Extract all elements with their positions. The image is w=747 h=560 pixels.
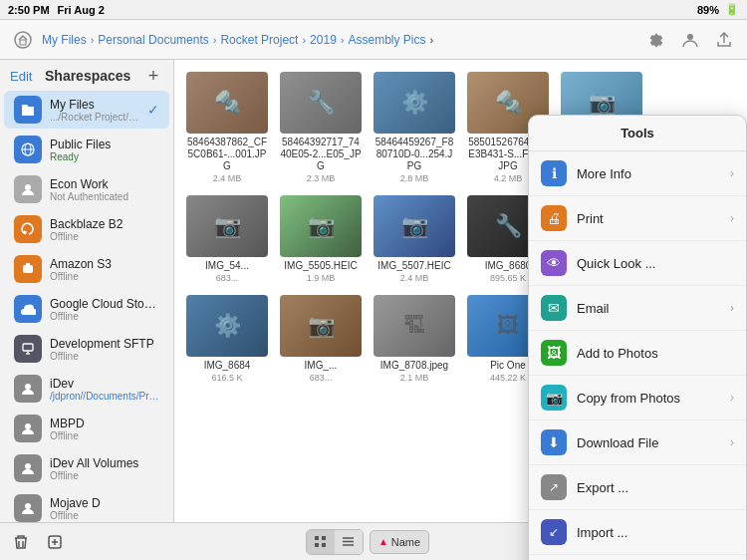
sidebar-item-mbpd[interactable]: MBPD Offline xyxy=(4,410,169,447)
svg-point-11 xyxy=(25,384,31,390)
file-size: 2.1 MB xyxy=(400,373,429,383)
status-day: Fri Aug 2 xyxy=(58,4,105,16)
download-icon: ⬇ xyxy=(541,429,567,455)
file-name: IMG_... xyxy=(305,360,338,372)
sidebar-item-backblaze[interactable]: Backblaze B2 Offline xyxy=(4,210,169,248)
sidebar-sub-public-files: Ready xyxy=(50,151,159,162)
tools-import-label: Import ... xyxy=(577,525,734,540)
sidebar-sub-mbpd: Offline xyxy=(50,430,159,441)
sort-label: Name xyxy=(391,536,420,548)
sidebar-icon-backblaze xyxy=(14,215,42,243)
trash-button[interactable] xyxy=(12,533,30,551)
sidebar-item-idev-all[interactable]: iDev All Volumes Offline xyxy=(4,449,169,487)
file-thumbnail: ⚙️ xyxy=(186,295,268,357)
export-icon: ↗ xyxy=(541,474,567,500)
camera-icon: 📷 xyxy=(541,385,567,411)
sidebar-icon-idev-all xyxy=(14,454,42,482)
file-item[interactable]: 📷 IMG_5507.HEIC 2.4 MB xyxy=(370,191,459,287)
sidebar-item-mojave-d[interactable]: Mojave D Offline xyxy=(4,489,169,522)
sidebar-sub-amazon-s3: Offline xyxy=(50,271,159,282)
svg-point-2 xyxy=(687,34,693,40)
nav-bar: My Files › Personal Documents › Rocket P… xyxy=(0,20,747,60)
sidebar-sub-backblaze: Offline xyxy=(50,231,159,242)
svg-rect-20 xyxy=(322,536,326,540)
sidebar-add-button[interactable]: + xyxy=(143,66,163,86)
sidebar-icon-my-files xyxy=(14,96,42,124)
file-item[interactable]: 📷 IMG_5505.HEIC 1.9 MB xyxy=(276,191,366,287)
sidebar-icon-amazon-s3 xyxy=(14,255,42,283)
tools-import[interactable]: ↙ Import ... xyxy=(529,510,746,555)
file-item[interactable]: 📷 IMG_... 683... xyxy=(276,291,366,387)
tools-print[interactable]: 🖨 Print › xyxy=(529,196,746,241)
sidebar-item-my-files[interactable]: My Files .../Rocket Project/2019/Assembl… xyxy=(4,91,169,129)
tools-email[interactable]: ✉ Email › xyxy=(529,286,746,331)
file-size: 2.3 MB xyxy=(307,173,336,183)
tools-copy-photos-label: Copy from Photos xyxy=(577,391,720,406)
breadcrumb-my-files[interactable]: My Files xyxy=(42,33,87,47)
breadcrumb-2019[interactable]: 2019 xyxy=(310,33,337,47)
file-item[interactable]: ⚙️ IMG_8684 616.5 K xyxy=(182,291,272,387)
email-icon: ✉ xyxy=(541,295,567,321)
file-size: 2.4 MB xyxy=(213,173,242,183)
sidebar-sub-dev-sftp: Offline xyxy=(50,351,159,362)
breadcrumb-personal-docs[interactable]: Personal Documents xyxy=(98,33,208,47)
sidebar-sub-econ-work: Not Authenticated xyxy=(50,191,159,202)
grid-view-button[interactable] xyxy=(307,530,335,554)
sidebar-icon-google-cloud xyxy=(14,295,42,323)
action-button[interactable] xyxy=(46,533,64,551)
tools-more-info[interactable]: ℹ More Info › xyxy=(529,151,746,196)
person-button[interactable] xyxy=(675,25,705,55)
breadcrumb-assembly-pics[interactable]: Assembly Pics xyxy=(348,33,425,47)
file-item[interactable]: 📷 IMG_54... 683... xyxy=(182,191,272,287)
tools-title: Tools xyxy=(529,116,746,151)
file-name: 58464392717_7440E05-2...E05_JPG xyxy=(280,137,362,172)
svg-rect-1 xyxy=(20,40,26,45)
tools-download-file[interactable]: ⬇ Download File › xyxy=(529,420,746,465)
sidebar-item-public-files[interactable]: Public Files Ready xyxy=(4,131,169,168)
sidebar-sub-idev-all: Offline xyxy=(50,470,159,481)
file-item[interactable]: 🔧 58464392717_7440E05-2...E05_JPG 2.3 MB xyxy=(276,68,366,187)
sidebar-sub-google-cloud: Offline xyxy=(50,311,159,322)
svg-point-6 xyxy=(25,184,31,190)
file-size: 683... xyxy=(216,273,239,283)
file-item[interactable]: 🔩 58464387862_CF5C0B61-...001.JPG 2.4 MB xyxy=(182,68,272,187)
breadcrumb-rocket-project[interactable]: Rocket Project xyxy=(220,33,298,47)
sidebar-item-idev[interactable]: iDev /jdpron//Documents/Projects xyxy=(4,370,169,408)
status-time: 2:50 PM xyxy=(8,4,50,16)
sidebar-edit-button[interactable]: Edit xyxy=(10,69,32,84)
photos-icon: 🖼 xyxy=(541,340,567,366)
tools-add-photos-label: Add to Photos xyxy=(577,346,734,361)
file-thumbnail: 🔧 xyxy=(280,72,362,134)
settings-button[interactable] xyxy=(641,25,671,55)
tools-copy-from-photos[interactable]: 📷 Copy from Photos › xyxy=(529,376,746,420)
tools-quick-look-label: Quick Look ... xyxy=(577,256,734,271)
svg-rect-8 xyxy=(23,344,33,351)
main-area: Edit Sharespaces + My Files .../Rocket P… xyxy=(0,60,747,522)
tools-add-to-photos[interactable]: 🖼 Add to Photos xyxy=(529,331,746,376)
eye-icon: 👁 xyxy=(541,250,567,276)
sidebar-name-amazon-s3: Amazon S3 xyxy=(50,257,159,271)
tools-quick-look[interactable]: 👁 Quick Look ... xyxy=(529,241,746,286)
sidebar-sub-idev: /jdpron//Documents/Projects xyxy=(50,391,159,402)
sidebar-name-mojave-d: Mojave D xyxy=(50,496,159,510)
sidebar-item-google-cloud[interactable]: Google Cloud Storage Offline xyxy=(4,290,169,328)
tools-visit-portal[interactable]: 🌐 Visit InterConneX Portal xyxy=(529,555,746,560)
sidebar: Edit Sharespaces + My Files .../Rocket P… xyxy=(0,60,174,522)
sidebar-name-backblaze: Backblaze B2 xyxy=(50,217,159,231)
sidebar-sub-mojave-d: Offline xyxy=(50,510,159,521)
sidebar-item-econ-work[interactable]: Econ Work Not Authenticated xyxy=(4,170,169,208)
sidebar-item-amazon-s3[interactable]: Amazon S3 Offline xyxy=(4,250,169,288)
file-thumbnail: 📷 xyxy=(280,195,362,257)
sidebar-item-dev-sftp[interactable]: Development SFTP Offline xyxy=(4,330,169,368)
tools-dropdown: Tools ℹ More Info › 🖨 Print › 👁 Quick Lo… xyxy=(528,115,747,560)
file-item[interactable]: ⚙️ 58464459267_F880710D-0...254.JPG 2.8 … xyxy=(370,68,459,187)
sort-icon: ▲ xyxy=(378,536,388,547)
file-item[interactable]: 🏗 IMG_8708.jpeg 2.1 MB xyxy=(370,291,459,387)
sort-button[interactable]: ▲ Name xyxy=(370,530,429,554)
share-button[interactable] xyxy=(709,25,739,55)
list-view-button[interactable] xyxy=(335,530,363,554)
battery-level: 89% xyxy=(697,4,719,16)
home-button[interactable] xyxy=(8,25,38,55)
tools-export[interactable]: ↗ Export ... xyxy=(529,465,746,510)
print-icon: 🖨 xyxy=(541,205,567,231)
